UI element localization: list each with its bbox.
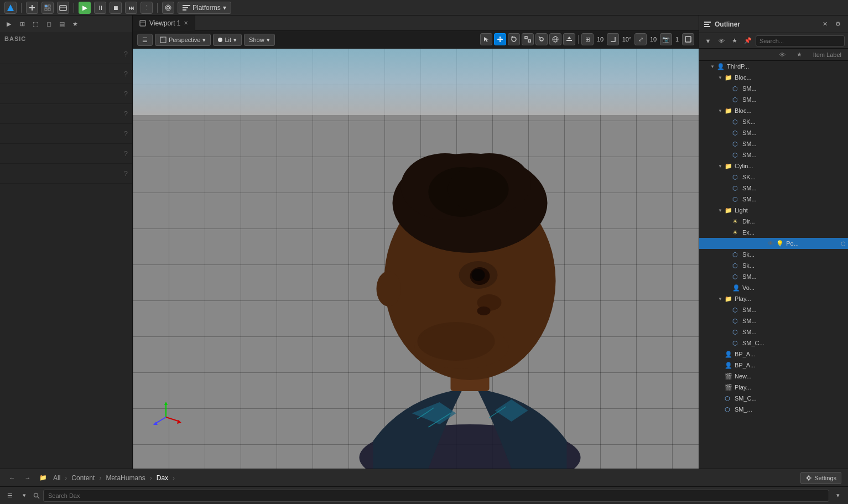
camera-speed-btn[interactable]: 📷 <box>660 33 672 45</box>
search-options-btn[interactable]: ▾ <box>833 490 844 501</box>
tree-item-dir[interactable]: ☀ Dir... <box>699 216 848 227</box>
viewport-inner[interactable]: ☰ Perspective ▾ Lit ▾ Show ▾ <box>133 31 699 469</box>
show-btn[interactable]: Show ▾ <box>244 34 275 46</box>
viewport-close-icon[interactable]: ✕ <box>184 20 188 26</box>
tree-item-vo[interactable]: 👤 Vo... <box>699 282 848 293</box>
move-tool-btn[interactable] <box>494 33 506 45</box>
content-search-input[interactable] <box>43 490 829 502</box>
tree-item-bloc2[interactable]: ▼ 📁 Bloc... <box>699 105 848 116</box>
maximize-btn[interactable] <box>682 33 694 45</box>
outliner-eye-filter-btn[interactable]: 👁 <box>716 35 727 46</box>
tree-item-sm3[interactable]: ⬡ SM... <box>699 127 848 138</box>
viewport-tab-1[interactable]: Viewport 1 ✕ <box>133 15 195 31</box>
tree-item-sm5[interactable]: ⬡ SM... <box>699 149 848 160</box>
tree-item-cylin[interactable]: ▼ 📁 Cylin... <box>699 160 848 172</box>
tree-item-sm6[interactable]: ⬡ SM... <box>699 183 848 194</box>
panel-play-icon[interactable]: ▶ <box>3 19 14 30</box>
outliner-star-filter-btn[interactable]: ★ <box>729 35 740 46</box>
tree-item-player[interactable]: 🎬 Play... <box>699 382 848 393</box>
blueprint-btn[interactable] <box>41 2 54 14</box>
tree-item-sk1[interactable]: ⬡ SK... <box>699 116 848 127</box>
tree-item-play-folder[interactable]: ▼ 📁 Play... <box>699 293 848 304</box>
tree-label-sm-c: SM_C... <box>742 340 764 346</box>
perspective-btn[interactable]: Perspective ▾ <box>155 34 211 46</box>
tree-item-sm10[interactable]: ⬡ SM... <box>699 315 848 326</box>
settings-btn[interactable]: Settings <box>800 472 841 484</box>
logo-btn[interactable] <box>4 2 17 14</box>
play-button[interactable]: ▶ <box>79 2 91 14</box>
lit-btn[interactable]: Lit ▾ <box>213 34 242 46</box>
tree-item-sk3[interactable]: ⬡ Sk... <box>699 249 848 260</box>
help-icon-3[interactable]: ? <box>124 90 128 98</box>
globe-tool-btn[interactable] <box>549 33 561 45</box>
tree-item-sm-c[interactable]: ⬡ SM_C... <box>699 337 848 349</box>
more-options-btn[interactable]: ⋮ <box>141 2 153 14</box>
panel-box-icon[interactable]: ◻ <box>43 19 54 30</box>
help-icon-4[interactable]: ? <box>124 110 128 118</box>
tree-item-smc2[interactable]: ⬡ SM_C... <box>699 393 848 404</box>
tree-item-sm8[interactable]: ⬡ SM... <box>699 271 848 282</box>
pause-button[interactable]: ⏸ <box>94 2 106 14</box>
scale-tool-btn[interactable] <box>522 33 534 45</box>
outliner-filter-btn[interactable]: ▼ <box>703 35 714 46</box>
tree-item-bp1[interactable]: 👤 BP_A... <box>699 349 848 360</box>
outliner-icon <box>704 20 711 28</box>
filter-options-btn[interactable]: ☰ <box>4 490 15 501</box>
outliner-search-input[interactable] <box>756 35 845 46</box>
angle-snap-btn[interactable] <box>607 33 619 45</box>
tree-item-sm7[interactable]: ⬡ SM... <box>699 194 848 205</box>
outliner-pin-filter-btn[interactable]: 📌 <box>742 35 753 46</box>
content-btn[interactable] <box>57 2 69 14</box>
tree-item-bp2[interactable]: 👤 BP_A... <box>699 360 848 371</box>
tree-item-bloc1[interactable]: ▼ 📁 Bloc... <box>699 72 848 83</box>
help-icon-1[interactable]: ? <box>124 50 128 58</box>
outliner-close-btn[interactable]: ✕ <box>819 19 830 30</box>
breadcrumb-all[interactable]: All <box>53 474 60 482</box>
outliner-tree[interactable]: ▼ 👤 ThirdP... ▼ 📁 Bloc... ⬡ SM... ⬡ SM..… <box>699 61 848 469</box>
tree-item-ex[interactable]: ☀ Ex... <box>699 227 848 238</box>
panel-list-icon[interactable]: ▤ <box>56 19 67 30</box>
help-icon-5[interactable]: ? <box>124 129 128 138</box>
folder-icon-btn[interactable]: 📁 <box>38 472 49 484</box>
scale-snap-btn[interactable]: ⤢ <box>634 33 647 45</box>
transform-tool-btn[interactable] <box>535 33 548 45</box>
tree-item-new[interactable]: 🎬 New... <box>699 371 848 382</box>
vp-hamburger-btn[interactable]: ☰ <box>137 34 153 46</box>
breadcrumb-metahumans[interactable]: MetaHumans <box>106 474 145 482</box>
tree-label-sm4: SM... <box>742 141 757 147</box>
grid-snap-btn[interactable]: ⊞ <box>581 33 594 45</box>
tree-item-sm11[interactable]: ⬡ SM... <box>699 326 848 337</box>
platforms-button[interactable]: Platforms ▾ <box>178 2 231 14</box>
panel-star-icon[interactable]: ★ <box>70 19 81 30</box>
tree-item-thirdp[interactable]: ▼ 👤 ThirdP... <box>699 61 848 72</box>
help-icon-7[interactable]: ? <box>124 169 128 178</box>
settings-icon-btn[interactable] <box>162 2 174 14</box>
tree-item-sm9[interactable]: ⬡ SM... <box>699 304 848 315</box>
panel-grid-icon[interactable]: ⊞ <box>17 19 28 30</box>
tree-item-sm1[interactable]: ⬡ SM... <box>699 83 848 94</box>
show-chevron: ▾ <box>267 37 270 44</box>
help-icon-6[interactable]: ? <box>124 149 128 158</box>
tree-item-sm2[interactable]: ⬡ SM... <box>699 94 848 105</box>
tree-item-po[interactable]: 👁 💡 Po... ⬡ <box>699 238 848 249</box>
select-tool-btn[interactable] <box>480 33 492 45</box>
surface-snap-btn[interactable] <box>563 33 575 45</box>
help-icon-2[interactable]: ? <box>124 70 128 78</box>
outliner-settings-icon[interactable]: ⚙ <box>833 19 844 30</box>
tree-item-light-folder[interactable]: ▼ 📁 Light <box>699 205 848 216</box>
breadcrumb-content[interactable]: Content <box>71 474 95 482</box>
show-label: Show <box>249 37 264 43</box>
tree-item-sm4[interactable]: ⬡ SM... <box>699 138 848 149</box>
rotate-tool-btn[interactable] <box>508 33 520 45</box>
filter-chevron-btn[interactable]: ▾ <box>19 490 30 501</box>
tree-label-sm10: SM... <box>742 318 757 324</box>
skip-button[interactable]: ⏭ <box>125 2 137 14</box>
panel-layout-icon[interactable]: ⬚ <box>30 19 41 30</box>
tree-item-sk2[interactable]: ⬡ SK... <box>699 172 848 183</box>
tree-item-sm-last[interactable]: ⬡ SM_... <box>699 404 848 415</box>
tree-item-sk4[interactable]: ⬡ Sk... <box>699 260 848 271</box>
add-btn[interactable] <box>26 2 38 14</box>
stop-button[interactable]: ⏹ <box>110 2 122 14</box>
back-btn[interactable]: ← <box>7 472 18 484</box>
forward-btn[interactable]: → <box>22 472 33 484</box>
